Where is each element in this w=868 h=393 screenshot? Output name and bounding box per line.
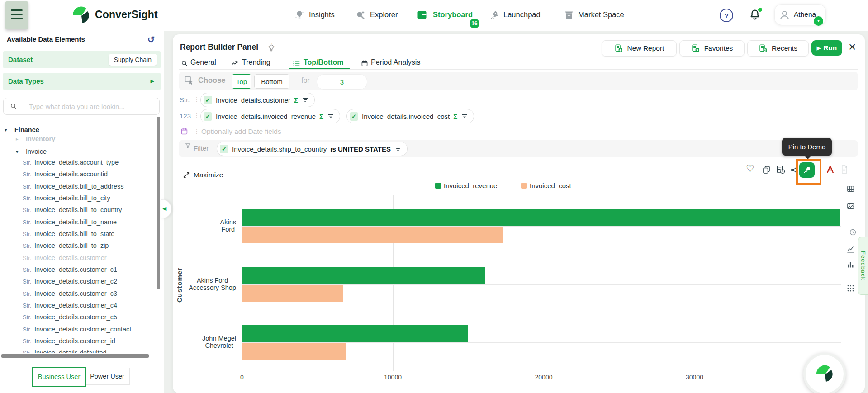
field-chip[interactable]: ✓Invoice_details.invoiced_revenueΣ	[200, 109, 340, 123]
vertical-scrollbar[interactable]	[157, 117, 160, 289]
filter-condition: is UNITED STATES	[330, 145, 391, 153]
nav-explorer[interactable]: Explorer	[370, 10, 398, 19]
caret-down-icon[interactable]: ▾	[5, 127, 7, 133]
dataset-value[interactable]: Supply Chain	[109, 54, 157, 66]
chart-image-icon[interactable]	[846, 202, 855, 210]
close-icon[interactable]: ×	[849, 40, 856, 54]
idea-bulb-icon[interactable]	[267, 43, 276, 53]
duplicate-icon[interactable]	[762, 165, 771, 175]
drag-handle-icon[interactable]: ⋮	[194, 95, 200, 103]
bottom-button[interactable]: Bottom	[254, 74, 289, 89]
field-item-label: Invoice_details.account_type	[34, 159, 119, 166]
search-input[interactable]	[28, 100, 157, 113]
recents-button[interactable]: Recents	[747, 40, 809, 57]
schedule-report-icon[interactable]	[776, 165, 786, 175]
x-tick-label: 30000	[681, 374, 708, 381]
field-item-label: Invoice_details.customer_c3	[34, 290, 117, 297]
field-type-label: Str.	[23, 314, 32, 321]
filter-field: Invoice_details.ship_to_country	[232, 145, 327, 153]
nav-launchpad[interactable]: Launchpad	[503, 10, 541, 19]
favorite-heart-icon[interactable]: ♡	[746, 164, 754, 173]
category-label: John MegelChevrolet	[202, 335, 236, 349]
drag-handle-icon[interactable]: ⋮	[194, 128, 200, 135]
sigma-aggregate-icon[interactable]: Σ	[319, 113, 323, 120]
sort-filter-icon[interactable]	[327, 113, 334, 120]
tab-trending[interactable]: Trending	[242, 58, 270, 66]
refresh-icon[interactable]: ↺	[147, 34, 155, 45]
data-types-label: Data Types	[8, 77, 44, 85]
favorites-button[interactable]: Favorites	[679, 40, 745, 57]
data-elements-sidebar: Available Data Elements ↺ Dataset Supply…	[0, 31, 164, 393]
sidebar-title: Available Data Elements	[7, 35, 85, 43]
sort-filter-icon[interactable]	[302, 96, 309, 104]
history-clock-icon[interactable]	[849, 228, 857, 237]
excel-export-icon[interactable]	[840, 165, 849, 174]
pdf-export-icon[interactable]	[825, 164, 835, 175]
bar-chart-plot	[242, 195, 841, 371]
top-button[interactable]: Top	[232, 74, 251, 89]
search-icon	[4, 98, 24, 114]
dataset-row[interactable]: Dataset Supply Chain	[3, 51, 161, 68]
nav-storyboard[interactable]: Storyboard	[433, 10, 473, 19]
tab-period-analysis[interactable]: Period Analysis	[371, 58, 420, 66]
run-button[interactable]: ▶ Run	[811, 40, 842, 56]
field-item-label: Invoice_details.customer_contact	[34, 326, 131, 333]
top-n-input[interactable]	[317, 74, 367, 90]
field-chip[interactable]: ✓Invoice_details.invoiced_costΣ	[346, 109, 474, 123]
top-bottom-list-icon	[292, 59, 300, 67]
line-chart-icon[interactable]	[846, 245, 855, 254]
tab-general[interactable]: General	[190, 58, 216, 66]
business-user-button[interactable]: Business User	[32, 367, 86, 387]
bar-revenue[interactable]	[242, 325, 468, 342]
bar-revenue[interactable]	[242, 209, 840, 226]
nav-insights[interactable]: Insights	[309, 10, 335, 19]
bar-cost[interactable]	[242, 285, 343, 302]
check-icon: ✓	[220, 145, 228, 153]
user-menu[interactable]: Athena ▼	[774, 4, 826, 25]
field-type-label: Str.	[23, 159, 32, 166]
drag-handle-icon[interactable]: ⋮	[194, 112, 200, 119]
feedback-tab[interactable]: Feedback	[858, 237, 868, 295]
date-fields-placeholder[interactable]: Optionally add Date fields	[201, 128, 281, 136]
pin-to-demo-button[interactable]	[799, 162, 815, 178]
table-view-icon[interactable]	[846, 185, 855, 193]
data-types-row[interactable]: Data Types ▶	[3, 73, 161, 90]
power-user-button[interactable]: Power User	[85, 368, 130, 385]
caret-right-icon[interactable]: ▸	[16, 136, 19, 142]
apps-grid-icon[interactable]	[846, 284, 855, 293]
bar-cost[interactable]	[242, 227, 503, 243]
sort-filter-icon[interactable]	[394, 145, 402, 152]
caret-down-icon[interactable]: ▾	[16, 149, 19, 155]
sort-filter-icon[interactable]	[461, 113, 468, 120]
maximize-button[interactable]: Maximize	[183, 171, 223, 179]
y-axis-title: Customer	[175, 252, 183, 303]
period-calendar-icon	[360, 59, 369, 67]
top-navigation-bar: ConverSight Insights Explorer Storyboard…	[0, 0, 868, 31]
for-label: for	[301, 76, 310, 85]
sidebar-collapse-handle[interactable]: ◀	[161, 199, 171, 218]
sigma-aggregate-icon[interactable]: Σ	[294, 96, 298, 104]
legend-item-cost[interactable]: Invoiced_cost	[521, 182, 571, 189]
bar-chart-icon[interactable]	[846, 260, 855, 269]
field-chip[interactable]: ✓Invoice_details.customerΣ	[200, 93, 315, 107]
chevron-right-icon: ▶	[151, 78, 154, 84]
general-search-icon	[180, 59, 189, 67]
hamburger-menu-button[interactable]	[5, 1, 28, 29]
tab-top-bottom[interactable]: Top/Bottom	[304, 58, 344, 66]
nav-market-space[interactable]: Market Space	[578, 10, 624, 19]
horizontal-scrollbar[interactable]	[1, 354, 149, 358]
bar-revenue[interactable]	[242, 267, 485, 284]
tabs-divider	[179, 69, 858, 70]
x-tick-label: 10000	[379, 374, 407, 381]
athena-chat-bubble[interactable]	[803, 353, 846, 393]
new-report-button[interactable]: New Report	[602, 40, 677, 57]
help-button[interactable]: ?	[720, 9, 733, 22]
legend-item-revenue[interactable]: Invoiced_revenue	[435, 182, 497, 189]
funnel-icon	[184, 142, 192, 150]
brand-name[interactable]: ConverSight	[95, 9, 158, 21]
choose-label: Choose	[198, 76, 226, 85]
bar-cost[interactable]	[242, 343, 346, 360]
sigma-aggregate-icon[interactable]: Σ	[453, 113, 457, 120]
filter-chip[interactable]: ✓Invoice_details.ship_to_countryis UNITE…	[217, 142, 408, 156]
insights-lightbulb-icon	[294, 9, 305, 20]
